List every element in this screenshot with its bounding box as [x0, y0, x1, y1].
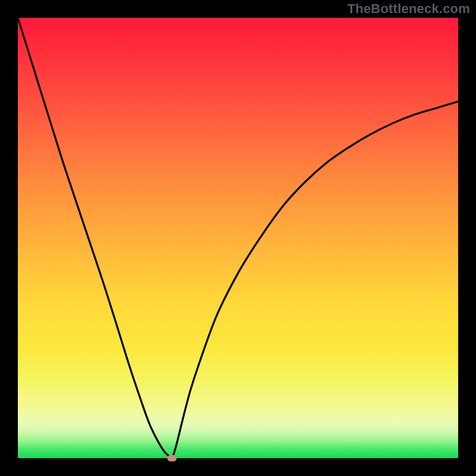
plot-area [18, 18, 458, 458]
bottleneck-curve-path [18, 18, 458, 458]
curve-svg [18, 18, 458, 458]
watermark-text: TheBottleneck.com [347, 1, 470, 17]
optimum-marker [167, 455, 177, 462]
chart-frame: TheBottleneck.com [0, 0, 476, 476]
